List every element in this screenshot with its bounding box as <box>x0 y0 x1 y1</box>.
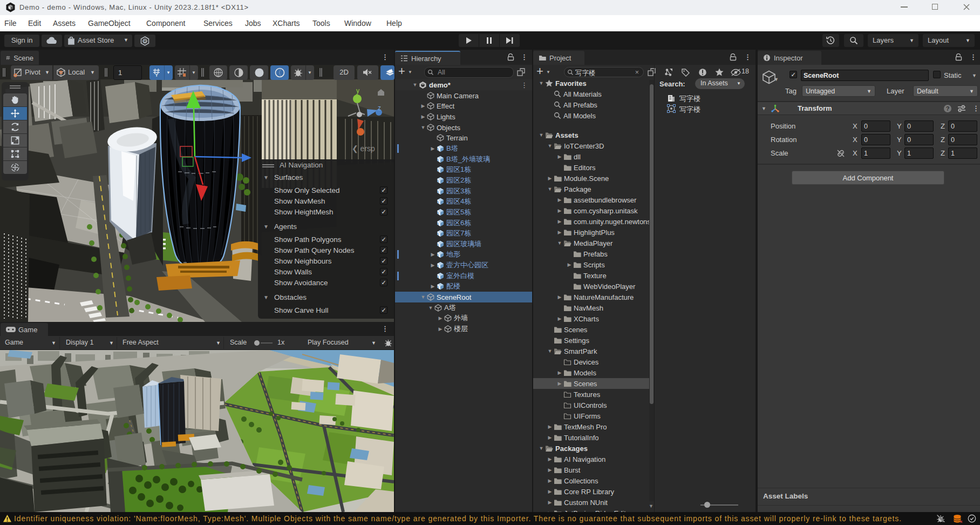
svg-text:❮ ersp: ❮ ersp <box>352 144 375 153</box>
svg-text:x: x <box>960 519 963 523</box>
svg-text:Y: Y <box>155 72 158 77</box>
svg-text:y: y <box>356 87 359 95</box>
svg-text:?: ? <box>946 105 950 112</box>
svg-text:D: D <box>144 39 146 43</box>
svg-text:z: z <box>378 104 381 112</box>
